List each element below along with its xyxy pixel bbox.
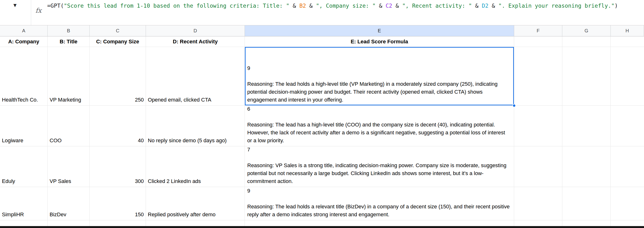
cell-lead-score-selected[interactable]: 9 Reasoning: The lead holds a high-level… — [245, 47, 514, 106]
cell-company-size[interactable]: 150 — [90, 187, 146, 220]
header-cell-company-size[interactable]: C: Company Size — [90, 36, 146, 47]
data-row-logiware: Logiware COO 40 No reply since demo (5 d… — [0, 106, 644, 146]
empty-cell[interactable] — [514, 106, 562, 146]
empty-cell[interactable] — [562, 47, 611, 106]
empty-cell[interactable] — [0, 220, 48, 226]
formula-bar: ▾ fx =GPT("Score this lead from 1-10 bas… — [0, 0, 644, 26]
cell-lead-score[interactable]: 6 Reasoning: The lead has a high-level t… — [245, 106, 514, 146]
lead-score-value: 7 — [247, 146, 511, 154]
empty-cell[interactable] — [562, 106, 611, 146]
fill-handle[interactable] — [512, 104, 516, 107]
partial-row — [0, 220, 644, 226]
empty-cell[interactable] — [562, 146, 611, 187]
spreadsheet-grid: A B C D E F G H A: Company B: Title C: C… — [0, 26, 644, 226]
formula-segment: C2 — [386, 3, 392, 9]
empty-cell[interactable] — [245, 220, 514, 226]
empty-cell[interactable] — [146, 220, 245, 226]
data-row-simplihr: SimpliHR BizDev 150 Replied positively a… — [0, 187, 644, 220]
empty-cell[interactable] — [514, 36, 562, 47]
column-header-e-selected[interactable]: E — [245, 26, 514, 36]
formula-segment: ", Recent activity: " — [402, 3, 472, 9]
empty-cell[interactable] — [48, 220, 90, 226]
lead-score-reasoning: Reasoning: The lead has a high-level tit… — [247, 121, 511, 144]
cell-recent-activity[interactable]: Replied positively after demo — [146, 187, 245, 220]
cell-title[interactable]: VP Sales — [48, 146, 90, 187]
empty-cell[interactable] — [562, 220, 611, 226]
empty-cell[interactable] — [611, 106, 644, 146]
formula-segment: ) — [614, 3, 618, 9]
empty-cell[interactable] — [514, 47, 562, 106]
cell-title[interactable]: BizDev — [48, 187, 90, 220]
cell-lead-score[interactable]: 7 Reasoning: VP Sales is a strong title,… — [245, 146, 514, 187]
empty-cell[interactable] — [562, 187, 611, 220]
lead-score-value: 9 — [247, 187, 511, 195]
field-header-row: A: Company B: Title C: Company Size D: R… — [0, 36, 644, 47]
formula-segment: & — [392, 3, 402, 9]
lead-score-reasoning: Reasoning: The lead holds a high-level t… — [247, 80, 511, 104]
lead-score-value: 9 — [247, 64, 511, 72]
data-row-healthtech: HealthTech Co. VP Marketing 250 Opened e… — [0, 47, 644, 106]
empty-cell[interactable] — [611, 146, 644, 187]
window-bottom-edge — [0, 226, 644, 228]
header-cell-company[interactable]: A: Company — [0, 36, 48, 47]
column-header-g[interactable]: G — [562, 26, 611, 36]
cell-title[interactable]: VP Marketing — [48, 47, 90, 106]
header-cell-title[interactable]: B: Title — [48, 36, 90, 47]
empty-cell[interactable] — [611, 220, 644, 226]
empty-cell[interactable] — [90, 220, 146, 226]
column-header-d[interactable]: D — [146, 26, 245, 36]
empty-cell[interactable] — [562, 36, 611, 47]
empty-cell[interactable] — [514, 146, 562, 187]
lead-score-value: 6 — [247, 106, 511, 113]
formula-segment: & — [376, 3, 386, 9]
cell-company[interactable]: Eduly — [0, 146, 48, 187]
cell-company[interactable]: SimpliHR — [0, 187, 48, 220]
column-header-f[interactable]: F — [514, 26, 562, 36]
empty-cell[interactable] — [611, 187, 644, 220]
chevron-down-icon[interactable]: ▾ — [14, 2, 16, 8]
empty-cell[interactable] — [611, 36, 644, 47]
empty-cell[interactable] — [514, 187, 562, 220]
formula-segment: "Score this lead from 1-10 based on the … — [64, 3, 290, 9]
formula-segment: ", Company size: " — [316, 3, 376, 9]
column-header-h[interactable]: H — [611, 26, 644, 36]
formula-segment: D2 — [482, 3, 488, 9]
lead-score-reasoning: Reasoning: VP Sales is a strong title, i… — [247, 162, 511, 185]
lead-score-reasoning: Reasoning: The lead holds a relevant tit… — [247, 202, 511, 218]
data-row-eduly: Eduly VP Sales 300 Clicked 2 LinkedIn ad… — [0, 146, 644, 187]
formula-segment: & — [472, 3, 482, 9]
cell-recent-activity[interactable]: No reply since demo (5 days ago) — [146, 106, 245, 146]
formula-input[interactable]: =GPT("Score this lead from 1-10 based on… — [47, 2, 618, 10]
cell-company[interactable]: HealthTech Co. — [0, 47, 48, 106]
formula-segment: =GPT( — [47, 3, 64, 9]
formula-bar-divider — [31, 0, 31, 25]
column-header-a[interactable]: A — [0, 26, 48, 36]
cell-lead-score[interactable]: 9 Reasoning: The lead holds a relevant t… — [245, 187, 514, 220]
formula-segment: & — [290, 3, 300, 9]
formula-segment: B2 — [299, 3, 306, 9]
cell-company[interactable]: Logiware — [0, 106, 48, 146]
column-headers-row: A B C D E F G H — [0, 26, 644, 36]
cell-company-size[interactable]: 40 — [90, 106, 146, 146]
empty-cell[interactable] — [514, 220, 562, 226]
fx-icon: fx — [36, 7, 42, 14]
header-cell-lead-score-formula[interactable]: E: Lead Score Formula — [245, 36, 514, 47]
formula-segment: ". Explain your reasoning briefly." — [498, 3, 614, 9]
formula-segment: & — [488, 3, 498, 9]
cell-recent-activity[interactable]: Clicked 2 LinkedIn ads — [146, 146, 245, 187]
column-header-c[interactable]: C — [90, 26, 146, 36]
cell-title[interactable]: COO — [48, 106, 90, 146]
cell-recent-activity[interactable]: Opened email, clicked CTA — [146, 47, 245, 106]
cell-company-size[interactable]: 300 — [90, 146, 146, 187]
empty-cell[interactable] — [611, 47, 644, 106]
column-header-b[interactable]: B — [48, 26, 90, 36]
cell-company-size[interactable]: 250 — [90, 47, 146, 106]
formula-segment: & — [306, 3, 316, 9]
header-cell-recent-activity[interactable]: D: Recent Activity — [146, 36, 245, 47]
